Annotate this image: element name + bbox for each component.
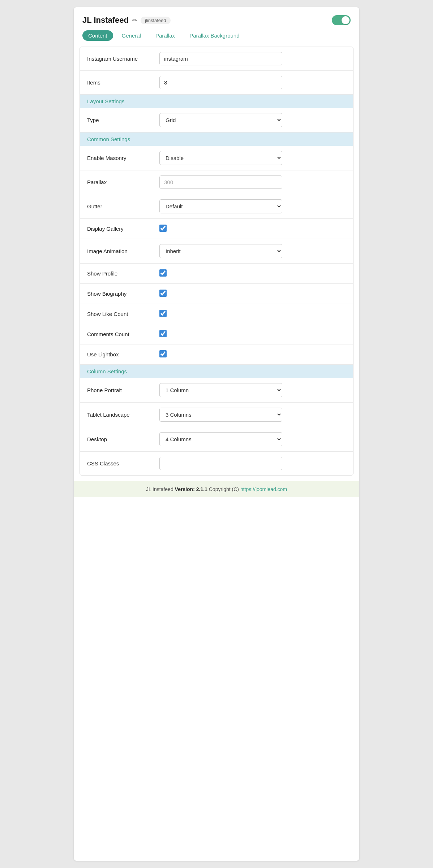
display-gallery-checkbox[interactable]	[159, 225, 167, 232]
tab-general[interactable]: General	[116, 30, 147, 41]
tablet-landscape-label: Tablet Landscape	[87, 412, 159, 418]
show-like-count-checkbox[interactable]	[159, 310, 167, 317]
common-settings-header: Common Settings	[80, 133, 353, 146]
comments-count-row: Comments Count	[80, 324, 353, 344]
enable-masonry-wrap: Disable Enable	[159, 151, 346, 165]
footer: JL Instafeed Version: 2.1.1 Copyright (C…	[74, 481, 359, 497]
tab-parallax-background[interactable]: Parallax Background	[184, 30, 245, 41]
phone-portrait-wrap: 1 Column 2 Columns 3 Columns	[159, 383, 346, 397]
desktop-label: Desktop	[87, 436, 159, 442]
items-label: Items	[87, 79, 159, 86]
instagram-username-row: Instagram Username	[80, 47, 353, 71]
desktop-wrap: 1 Column 2 Columns 3 Columns 4 Columns 5…	[159, 432, 346, 446]
show-biography-checkbox[interactable]	[159, 290, 167, 297]
tablet-landscape-row: Tablet Landscape 1 Column 2 Columns 3 Co…	[80, 403, 353, 427]
css-classes-input[interactable]	[159, 457, 282, 470]
main-panel: JL Instafeed ✏ jlinstafeed Content Gener…	[74, 7, 359, 861]
css-classes-label: CSS Classes	[87, 460, 159, 466]
app-title: JL Instafeed	[82, 16, 129, 25]
slug-badge: jlinstafeed	[141, 17, 171, 24]
show-like-count-row: Show Like Count	[80, 304, 353, 324]
enable-masonry-select[interactable]: Disable Enable	[159, 151, 282, 165]
show-like-count-wrap	[159, 310, 346, 318]
tab-content[interactable]: Content	[82, 30, 113, 41]
instagram-username-wrap	[159, 52, 346, 65]
enable-masonry-label: Enable Masonry	[87, 155, 159, 161]
use-lightbox-checkbox[interactable]	[159, 350, 167, 357]
phone-portrait-label: Phone Portrait	[87, 387, 159, 393]
comments-count-checkbox[interactable]	[159, 330, 167, 337]
css-classes-row: CSS Classes	[80, 452, 353, 475]
items-wrap	[159, 76, 346, 89]
parallax-wrap	[159, 175, 346, 189]
enable-masonry-row: Enable Masonry Disable Enable	[80, 146, 353, 170]
edit-icon[interactable]: ✏	[132, 17, 137, 24]
type-wrap: Grid Slider List	[159, 113, 346, 127]
parallax-row: Parallax	[80, 170, 353, 194]
show-profile-row: Show Profile	[80, 264, 353, 284]
image-animation-select[interactable]: Inherit None Fade Slide	[159, 244, 282, 258]
layout-settings-header: Layout Settings	[80, 95, 353, 108]
comments-count-label: Comments Count	[87, 331, 159, 337]
display-gallery-row: Display Gallery	[80, 219, 353, 239]
type-select[interactable]: Grid Slider List	[159, 113, 282, 127]
comments-count-wrap	[159, 330, 346, 339]
phone-portrait-row: Phone Portrait 1 Column 2 Columns 3 Colu…	[80, 378, 353, 403]
tab-bar: Content General Parallax Parallax Backgr…	[74, 30, 359, 47]
desktop-select[interactable]: 1 Column 2 Columns 3 Columns 4 Columns 5…	[159, 432, 282, 446]
image-animation-row: Image Animation Inherit None Fade Slide	[80, 239, 353, 264]
show-biography-label: Show Biography	[87, 291, 159, 297]
use-lightbox-label: Use Lightbox	[87, 351, 159, 357]
gutter-select[interactable]: Default None Small Large	[159, 199, 282, 213]
gutter-wrap: Default None Small Large	[159, 199, 346, 213]
footer-version-label: Version: 2.1.1	[175, 486, 207, 492]
type-label: Type	[87, 117, 159, 123]
items-row: Items	[80, 71, 353, 95]
gutter-row: Gutter Default None Small Large	[80, 194, 353, 219]
show-biography-wrap	[159, 290, 346, 298]
tablet-landscape-wrap: 1 Column 2 Columns 3 Columns 4 Columns	[159, 408, 346, 422]
show-profile-checkbox[interactable]	[159, 269, 167, 277]
header: JL Instafeed ✏ jlinstafeed	[74, 7, 359, 30]
gutter-label: Gutter	[87, 203, 159, 209]
image-animation-label: Image Animation	[87, 248, 159, 254]
css-classes-wrap	[159, 457, 346, 470]
instagram-username-label: Instagram Username	[87, 56, 159, 62]
show-like-count-label: Show Like Count	[87, 311, 159, 317]
type-row: Type Grid Slider List	[80, 108, 353, 133]
show-profile-wrap	[159, 269, 346, 278]
tablet-landscape-select[interactable]: 1 Column 2 Columns 3 Columns 4 Columns	[159, 408, 282, 422]
content-area: Instagram Username Items Layout Settings…	[80, 47, 353, 476]
show-biography-row: Show Biography	[80, 284, 353, 304]
footer-text: JL Instafeed Version: 2.1.1 Copyright (C…	[146, 486, 287, 492]
use-lightbox-wrap	[159, 350, 346, 359]
tab-parallax[interactable]: Parallax	[150, 30, 181, 41]
column-settings-header: Column Settings	[80, 365, 353, 378]
display-gallery-label: Display Gallery	[87, 226, 159, 232]
enabled-toggle[interactable]	[332, 15, 351, 25]
phone-portrait-select[interactable]: 1 Column 2 Columns 3 Columns	[159, 383, 282, 397]
items-input[interactable]	[159, 76, 282, 89]
desktop-row: Desktop 1 Column 2 Columns 3 Columns 4 C…	[80, 427, 353, 452]
parallax-label: Parallax	[87, 179, 159, 185]
parallax-input[interactable]	[159, 175, 282, 189]
footer-link[interactable]: https://joomlead.com	[240, 486, 287, 492]
show-profile-label: Show Profile	[87, 270, 159, 277]
use-lightbox-row: Use Lightbox	[80, 344, 353, 365]
instagram-username-input[interactable]	[159, 52, 282, 65]
image-animation-wrap: Inherit None Fade Slide	[159, 244, 346, 258]
display-gallery-wrap	[159, 225, 346, 233]
